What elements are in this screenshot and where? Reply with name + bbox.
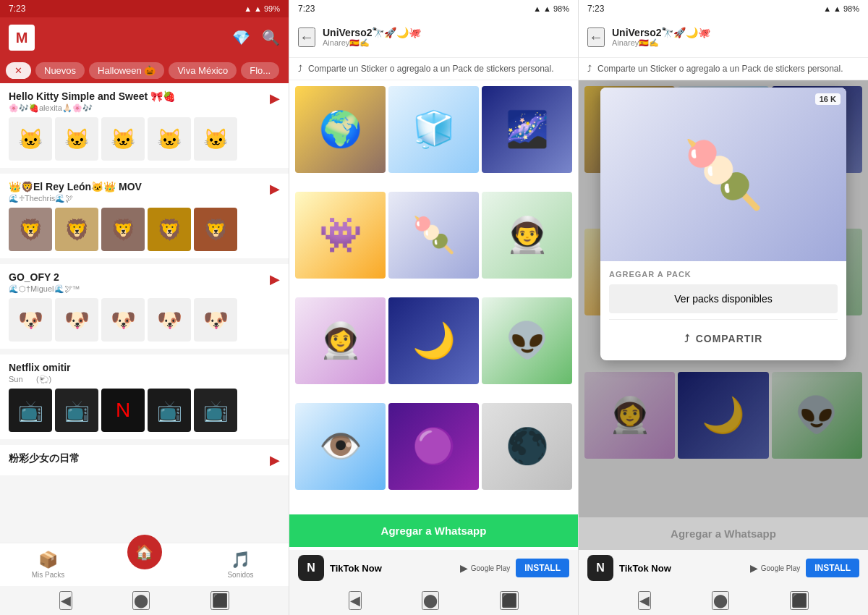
sticker-cell[interactable]: 👁️ bbox=[295, 403, 386, 490]
wifi-icon: ▲ bbox=[254, 4, 262, 13]
home-android-3[interactable]: ⬤ bbox=[712, 591, 729, 610]
sticker-cell[interactable]: 👾 bbox=[295, 192, 386, 279]
pack-author: 🌸🎶🍓alexita🙏🏻🌸🎶 bbox=[9, 103, 175, 113]
compartir-button[interactable]: ⤴ COMPARTIR bbox=[609, 326, 838, 352]
home-btn[interactable]: 🏠 bbox=[96, 543, 192, 586]
sticker-cell[interactable]: 🟣 bbox=[388, 403, 479, 490]
bottom-nav: 📦 Mis Packs 🏠 🎵 Sonidos bbox=[0, 543, 289, 586]
home-icon: 🏠 bbox=[135, 543, 153, 561]
install-button-3[interactable]: INSTALL bbox=[806, 559, 859, 577]
sticker-cell[interactable]: 🌌 bbox=[482, 86, 572, 173]
pack-item[interactable]: Hello Kitty Simple and Sweet 🎀🍓 🌸🎶🍓alexi… bbox=[0, 83, 289, 168]
status-icons-3: ▲ ▲ 98% bbox=[823, 4, 859, 13]
recents-android-3[interactable]: ⬛ bbox=[790, 591, 809, 610]
sticker-thumb: N bbox=[101, 389, 145, 432]
sticker-cell[interactable]: 🍡 bbox=[388, 192, 479, 279]
play-icon[interactable]: ▶ bbox=[270, 271, 280, 287]
sticker-thumb: 🐱 bbox=[148, 117, 191, 161]
sticker-cell[interactable]: 👩‍🚀 bbox=[295, 297, 386, 384]
sticker-thumb: 🐱 bbox=[9, 117, 52, 161]
android-nav-3: ◀ ⬤ ⬛ bbox=[579, 586, 868, 615]
sticker-thumb: 🐶 bbox=[194, 298, 237, 342]
status-bar-2: 7:23 ▲ ▲ 98% bbox=[289, 0, 578, 17]
category-nuevos[interactable]: Nuevos bbox=[35, 62, 85, 79]
back-button-3[interactable]: ← bbox=[587, 27, 605, 47]
sticker-thumb: 📺 bbox=[148, 389, 191, 432]
share-text: Comparte un Sticker o agregalo a un Pack… bbox=[308, 64, 554, 74]
sticker-cell[interactable]: 👨‍🚀 bbox=[482, 192, 572, 279]
sticker-thumb: 📺 bbox=[194, 389, 237, 432]
category-close[interactable]: ✕ bbox=[6, 62, 31, 79]
time-2: 7:23 bbox=[298, 4, 315, 14]
recents-android-2[interactable]: ⬛ bbox=[500, 591, 519, 610]
category-halloween[interactable]: Halloween 🎃 bbox=[89, 62, 164, 79]
category-mexico[interactable]: Viva México bbox=[169, 62, 237, 79]
pack-author: 🌊⬡†Miguel🌊🕊™ bbox=[9, 284, 80, 294]
channel-name: UniVerso2🔭🚀🌙🐙 bbox=[323, 27, 569, 38]
channel-name-3: UniVerso2🔭🚀🌙🐙 bbox=[612, 27, 859, 38]
status-bar-1: 7:23 ▲ ▲ 99% bbox=[0, 0, 289, 17]
sounds-icon: 🎵 bbox=[231, 551, 250, 569]
sticker-cell[interactable]: 🌑 bbox=[482, 403, 572, 490]
size-badge: 16 K bbox=[815, 93, 841, 105]
category-flo[interactable]: Flo... bbox=[241, 62, 279, 79]
status-icons-2: ▲ ▲ 98% bbox=[533, 4, 569, 13]
pack-header: GO_OFY 2 🌊⬡†Miguel🌊🕊™ ▶ bbox=[9, 271, 280, 298]
diamond-icon[interactable]: 💎 bbox=[232, 29, 250, 46]
back-button-2[interactable]: ← bbox=[298, 27, 315, 47]
share-desc-3: ⤴ Comparte un Sticker o agregalo a un Pa… bbox=[579, 58, 868, 80]
recents-android[interactable]: ⬛ bbox=[210, 591, 229, 610]
battery-3: 98% bbox=[843, 4, 859, 13]
p3-header: ← UniVerso2🔭🚀🌙🐙 Ainarey🇪🇸✍ bbox=[579, 17, 868, 58]
sticker-thumb: 🐱 bbox=[194, 117, 237, 161]
ad-title-3: TikTok Now bbox=[619, 563, 744, 574]
home-circle: 🏠 bbox=[127, 535, 162, 569]
pack-item[interactable]: 👑🦁El Rey León🐱👑 MOV 🌊♱Thechris🌊🕊 ▶ 🦁 🦁 🦁… bbox=[0, 174, 289, 258]
sticker-thumb: 🐶 bbox=[9, 298, 52, 342]
sonidos-btn[interactable]: 🎵 Sonidos bbox=[192, 543, 289, 586]
mis-packs-btn[interactable]: 📦 Mis Packs bbox=[0, 543, 96, 586]
play-icon[interactable]: ▶ bbox=[270, 452, 280, 468]
battery-1: 99% bbox=[264, 4, 280, 13]
pack-item[interactable]: GO_OFY 2 🌊⬡†Miguel🌊🕊™ ▶ 🐶 🐶 🐶 🐶 🐶 bbox=[0, 264, 289, 349]
ver-packs-button[interactable]: Ver packs disponibles bbox=[609, 284, 838, 313]
sticker-cell[interactable]: 👽 bbox=[482, 297, 572, 384]
home-android-2[interactable]: ⬤ bbox=[422, 591, 439, 610]
ad-logo-3: N bbox=[587, 555, 613, 581]
status-icons-1: ▲ ▲ 99% bbox=[244, 4, 280, 13]
sticker-thumb: 🐶 bbox=[101, 298, 145, 342]
back-android[interactable]: ◀ bbox=[59, 591, 72, 610]
play-icon[interactable]: ▶ bbox=[270, 90, 280, 106]
share-icon: ⤴ bbox=[298, 64, 302, 74]
share-icon-3: ⤴ bbox=[587, 64, 592, 74]
time-3: 7:23 bbox=[587, 4, 604, 14]
play-icon[interactable]: ▶ bbox=[270, 181, 280, 197]
gplay-label-3: Google Play bbox=[761, 564, 800, 572]
modal-actions: AGREGAR A PACK Ver packs disponibles ⤴ C… bbox=[600, 261, 846, 360]
home-android[interactable]: ⬤ bbox=[132, 591, 150, 610]
modal-overlay[interactable]: 🍡 16 K AGREGAR A PACK Ver packs disponib… bbox=[579, 80, 868, 517]
sticker-thumb: 🐱 bbox=[55, 117, 98, 161]
install-button-2[interactable]: INSTALL bbox=[516, 559, 569, 577]
pack-item[interactable]: Netflix omitir Sun (🐑) 📺 📺 N 📺 📺 bbox=[0, 355, 289, 439]
app-logo: M bbox=[9, 25, 35, 51]
modal-divider bbox=[609, 319, 838, 320]
back-android-2[interactable]: ◀ bbox=[349, 591, 362, 610]
pack-item[interactable]: 粉彩少女の日常 ▶ bbox=[0, 445, 289, 475]
sticker-cell[interactable]: 🧊 bbox=[388, 86, 479, 173]
search-icon[interactable]: 🔍 bbox=[262, 29, 280, 46]
sticker-cell[interactable]: 🌍 bbox=[295, 86, 386, 173]
channel-info-3: UniVerso2🔭🚀🌙🐙 Ainarey🇪🇸✍ bbox=[612, 27, 859, 48]
pack-stickers: 🐶 🐶 🐶 🐶 🐶 bbox=[9, 298, 280, 342]
pack-header: Hello Kitty Simple and Sweet 🎀🍓 🌸🎶🍓alexi… bbox=[9, 90, 280, 117]
pack-title: 粉彩少女の日常 bbox=[9, 452, 80, 465]
pack-list: Hello Kitty Simple and Sweet 🎀🍓 🌸🎶🍓alexi… bbox=[0, 83, 289, 543]
sticker-thumb: 🐶 bbox=[148, 298, 191, 342]
share-text-3: Comparte un Sticker o agregalo a un Pack… bbox=[597, 64, 843, 74]
sticker-grid-2: 🌍 🧊 🌌 👾 🍡 👨‍🚀 👩‍🚀 🌙 👽 👁️ 🟣 🌑 bbox=[289, 80, 578, 512]
back-android-3[interactable]: ◀ bbox=[638, 591, 651, 610]
gplay-icon-2: ▶ bbox=[460, 562, 468, 574]
add-whatsapp-button[interactable]: Agregar a Whatsapp bbox=[289, 514, 578, 547]
sticker-cell[interactable]: 🌙 bbox=[388, 297, 479, 384]
sticker-thumb: 🦁 bbox=[55, 208, 98, 251]
